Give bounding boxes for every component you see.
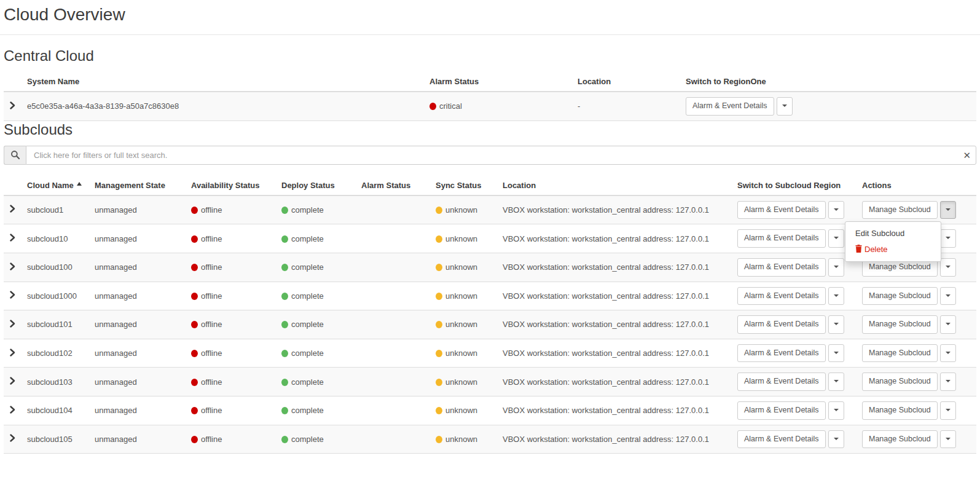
manage-subcloud-caret-button[interactable] [940, 373, 956, 391]
chevron-right-icon[interactable] [9, 261, 17, 272]
alarm-event-details-button[interactable]: Alarm & Event Details [737, 373, 826, 391]
alarm-details-caret-button[interactable] [828, 373, 844, 391]
alarm-details-caret-button[interactable] [828, 401, 844, 420]
chevron-right-icon[interactable] [9, 290, 17, 300]
status-dot [436, 407, 442, 414]
caret-down-icon [834, 380, 839, 382]
alarm-status-cell [356, 368, 431, 396]
management-state-cell: unmanaged [90, 195, 186, 224]
search-input[interactable] [26, 146, 976, 165]
manage-subcloud-caret-button[interactable] [940, 258, 956, 277]
menu-item-edit-subcloud[interactable]: Edit Subcloud [845, 226, 941, 242]
alarm-details-caret-button[interactable] [828, 201, 844, 219]
alarm-event-details-button[interactable]: Alarm & Event Details [737, 229, 826, 248]
availability-status-cell: offline [186, 224, 276, 253]
sync-status: unknown [445, 320, 477, 329]
clear-search-icon[interactable]: ✕ [963, 151, 971, 160]
deploy-status: complete [291, 349, 324, 358]
cloud-name-cell: subcloud1000 [22, 282, 90, 310]
chevron-right-icon[interactable] [9, 100, 17, 111]
status-dot [281, 207, 288, 214]
alarm-details-caret-button[interactable] [777, 97, 793, 116]
col-management-state[interactable]: Management State [90, 176, 186, 195]
alarm-event-details-button[interactable]: Alarm & Event Details [737, 287, 826, 306]
col-cloud-name[interactable]: Cloud Name [22, 176, 90, 195]
status-dot [436, 379, 442, 386]
chevron-right-icon[interactable] [9, 376, 17, 386]
location: VBOX workstation: workstation_central ad… [503, 377, 709, 387]
manage-subcloud-caret-button[interactable] [940, 344, 956, 363]
chevron-right-icon[interactable] [9, 203, 17, 214]
deploy-status: complete [291, 234, 324, 243]
alarm-event-details-button[interactable]: Alarm & Event Details [737, 401, 826, 420]
chevron-right-icon[interactable] [9, 232, 17, 243]
manage-subcloud-button[interactable]: Manage Subcloud [862, 201, 938, 219]
menu-item-delete[interactable]: Delete [845, 242, 941, 258]
sync-status-cell: unknown [431, 224, 498, 253]
management-state-cell: unmanaged [90, 425, 186, 454]
alarm-details-caret-button[interactable] [828, 315, 844, 334]
subclouds-header-row: Cloud Name Management State Availability… [4, 176, 976, 195]
location-cell: VBOX workstation: workstation_central ad… [498, 368, 732, 396]
manage-subcloud-caret-button[interactable] [940, 430, 956, 449]
switch-region-cell: Alarm & Event Details [732, 310, 857, 339]
caret-down-icon [946, 323, 951, 325]
sync-status: unknown [445, 349, 477, 358]
sync-status: unknown [445, 291, 477, 301]
alarm-event-details-button[interactable]: Alarm & Event Details [737, 344, 826, 363]
status-dot [191, 436, 198, 443]
deploy-status: complete [291, 205, 324, 215]
management-state-cell: unmanaged [90, 339, 186, 368]
deploy-status-cell: complete [276, 396, 356, 425]
alarm-event-details-button[interactable]: Alarm & Event Details [737, 430, 826, 449]
alarm-details-caret-button[interactable] [828, 430, 844, 449]
chevron-right-icon[interactable] [9, 433, 17, 443]
deploy-status-cell: complete [276, 310, 356, 339]
status-dot [436, 264, 442, 271]
expander-header [4, 72, 22, 92]
deploy-status-cell: complete [276, 253, 356, 282]
subclouds-table: Cloud Name Management State Availability… [4, 176, 976, 454]
alarm-details-caret-button[interactable] [828, 258, 844, 277]
manage-subcloud-caret-button[interactable] [940, 229, 956, 248]
col-alarm-status: Alarm Status [425, 72, 573, 92]
manage-subcloud-button[interactable]: Manage Subcloud [862, 430, 938, 449]
manage-subcloud-caret-button[interactable] [940, 315, 956, 334]
col-deploy-status[interactable]: Deploy Status [276, 176, 356, 195]
manage-subcloud-button[interactable]: Manage Subcloud [862, 373, 938, 391]
alarm-details-caret-button[interactable] [828, 287, 844, 306]
alarm-status-cell: critical [425, 92, 573, 120]
manage-subcloud-caret-button[interactable] [940, 201, 956, 219]
manage-subcloud-button[interactable]: Manage Subcloud [862, 344, 938, 363]
manage-subcloud-button[interactable]: Manage Subcloud [862, 401, 938, 420]
management-state-cell: unmanaged [90, 224, 186, 253]
management-state: unmanaged [95, 435, 137, 444]
management-state: unmanaged [95, 349, 137, 358]
manage-subcloud-caret-button[interactable] [940, 401, 956, 420]
col-alarm-status[interactable]: Alarm Status [356, 176, 431, 195]
chevron-right-icon[interactable] [9, 318, 17, 329]
manage-subcloud-button[interactable]: Manage Subcloud [862, 287, 938, 306]
alarm-event-details-button[interactable]: Alarm & Event Details [737, 201, 826, 219]
alarm-event-details-button[interactable]: Alarm & Event Details [686, 97, 774, 116]
chevron-right-icon[interactable] [9, 404, 17, 415]
location: VBOX workstation: workstation_central ad… [503, 349, 709, 358]
expander-header [4, 176, 22, 195]
col-availability-status[interactable]: Availability Status [186, 176, 276, 195]
table-row: subcloud103 unmanaged offline complete u… [4, 368, 976, 396]
col-cloud-name-label: Cloud Name [27, 181, 74, 190]
alarm-details-caret-button[interactable] [828, 344, 844, 363]
cloud-name: subcloud102 [27, 349, 73, 358]
col-sync-status[interactable]: Sync Status [431, 176, 498, 195]
alarm-details-caret-button[interactable] [828, 229, 844, 248]
manage-subcloud-caret-button[interactable] [940, 287, 956, 306]
status-dot [191, 379, 198, 386]
alarm-event-details-button[interactable]: Alarm & Event Details [737, 258, 826, 277]
status-dot [436, 321, 442, 328]
chevron-right-icon[interactable] [9, 347, 17, 358]
col-location[interactable]: Location [498, 176, 732, 195]
deploy-status: complete [291, 435, 324, 444]
sync-status-cell: unknown [431, 253, 498, 282]
manage-subcloud-button[interactable]: Manage Subcloud [862, 315, 938, 334]
alarm-event-details-button[interactable]: Alarm & Event Details [737, 315, 826, 334]
